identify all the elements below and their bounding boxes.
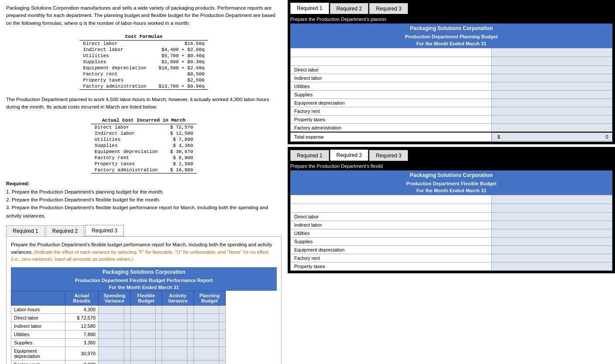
flex-rent-input[interactable] <box>492 254 612 262</box>
actual-item-label: Equipment depreciation <box>91 149 166 155</box>
utilities-label: Utilities <box>11 330 65 338</box>
actual-costs-header: Actual Cost Incurred in March <box>91 117 197 124</box>
flex-equip-input[interactable] <box>492 245 612 254</box>
cost-item-formula: $2,500 <box>155 77 208 83</box>
plan-equip-input[interactable] <box>492 99 612 107</box>
spending-var-select-lh[interactable] <box>124 305 130 313</box>
labor-hours-row: Labor-hours 4,300 <box>11 305 277 313</box>
perf-col-actual: ActualResults <box>65 291 98 305</box>
cost-item-formula: $5,700 + $0.40q <box>155 53 208 59</box>
right-tab-req3-bottom[interactable]: Required 3 <box>369 150 408 161</box>
plan-total-label: Total expense <box>291 132 492 141</box>
dl-spend-select[interactable] <box>124 313 130 322</box>
tab-required-2[interactable]: Required 2 <box>46 225 85 236</box>
required-label: Required: <box>6 180 282 187</box>
plan-empty-1 <box>291 48 612 57</box>
cost-item-label: Direct labor <box>80 40 155 47</box>
actual-item-label: Supplies <box>91 143 166 149</box>
cost-item-label: Utilities <box>80 53 155 59</box>
perf-report-subtitle: Production Department Flexible Budget Pe… <box>11 277 277 284</box>
right-tab-required-2[interactable]: Required 2 <box>330 3 369 14</box>
flex-taxes-input[interactable] <box>492 262 612 270</box>
flex-il-label: Indirect labor <box>291 221 492 229</box>
cost-item-formula: $18,500 + $2.90q <box>155 65 208 71</box>
plan-taxes-input[interactable] <box>492 116 612 124</box>
actual-item-label: Property taxes <box>91 161 166 167</box>
plan-admin-input[interactable] <box>492 124 612 133</box>
plan-budget-select-lh[interactable] <box>219 305 225 313</box>
plan-total-input[interactable] <box>502 134 608 139</box>
flex-date: For the Month Ended March 31 <box>290 187 612 195</box>
labor-hours-actual: 4,300 <box>65 305 98 313</box>
cost-item-formula: $1,800 + $0.30q <box>155 59 208 65</box>
plan-dl-input[interactable] <box>492 66 612 74</box>
plan-il-input[interactable] <box>492 74 612 82</box>
cost-item-formula: $13,700 + $0.90q <box>155 83 208 90</box>
spending-var-input-lh[interactable] <box>99 305 124 313</box>
plan-supplies-label: Supplies <box>291 91 492 99</box>
plan-rent-label: Factory rent <box>291 107 492 116</box>
flex-property-taxes: Property taxes <box>291 262 612 270</box>
perf-col-activity: ActivityVariance <box>162 291 194 305</box>
flex-supplies-input[interactable] <box>492 237 612 245</box>
tab-required-3[interactable]: Required 3 <box>85 225 124 236</box>
activity-var-lh[interactable] <box>162 305 187 313</box>
dl-plan-select[interactable] <box>219 313 225 322</box>
right-tab-required-3[interactable]: Required 3 <box>369 3 408 14</box>
actual-item-value: $ 30,970 <box>166 149 197 155</box>
flex-utilities: Utilities <box>291 229 612 237</box>
tab-required-1[interactable]: Required 1 <box>6 225 45 236</box>
actual-item-value: $ 7,890 <box>166 136 197 143</box>
right-tabs-bottom: Required 1 Required 2 Required 3 <box>290 150 612 161</box>
dl-activity[interactable] <box>162 313 187 322</box>
right-tab-req1-bottom[interactable]: Required 1 <box>290 150 329 161</box>
plan-rent-input[interactable] <box>492 107 612 116</box>
bottom-tabs: Required 1 Required 2 Required 3 <box>6 225 282 236</box>
actual-item-label: Indirect labor <box>91 130 166 136</box>
plan-supplies-input[interactable] <box>492 91 612 99</box>
flex-util-input[interactable] <box>492 229 612 237</box>
problem-text: Packaging Solutions Corporation manufact… <box>6 4 282 27</box>
dl-plan[interactable] <box>194 313 219 322</box>
flex-empty-2 <box>291 204 612 212</box>
plan-indirect-labor: Indirect labor <box>291 74 612 82</box>
actual-item-value: $ 2,500 <box>166 161 197 167</box>
flex-taxes-label: Property taxes <box>291 262 492 270</box>
perf-col-spending: SpendingVariance <box>99 291 130 305</box>
right-tab-required-1[interactable]: Required 1 <box>290 3 329 14</box>
equip-dep-label: Equipment depreciation <box>11 347 65 360</box>
dl-flex[interactable] <box>130 313 155 322</box>
cost-item-label: Factory administration <box>80 83 155 90</box>
right-instruction-top: Prepare the Production Department's plan… <box>290 15 612 24</box>
flex-il-input[interactable] <box>492 221 612 229</box>
dl-spend-input[interactable] <box>99 313 124 322</box>
actual-item-value: $ 72,570 <box>166 124 197 131</box>
perf-report-date: For the Month Ended March 31 <box>11 284 277 291</box>
plan-equip-label: Equipment depreciation <box>291 99 492 107</box>
flex-budget-select-lh[interactable] <box>156 305 162 313</box>
supplies-row: Supplies 3,360 <box>11 338 277 347</box>
dl-activity-select[interactable] <box>187 313 194 322</box>
flex-dl-input[interactable] <box>492 212 612 221</box>
factory-rent-row: Factory rent 8,900 <box>11 360 277 364</box>
plan-property-taxes: Property taxes <box>291 116 612 124</box>
right-tab-req2-bottom[interactable]: Required 2 <box>330 150 369 161</box>
plan-budget-lh[interactable] <box>194 305 219 313</box>
direct-labor-actual: $ 72,570 <box>65 313 98 322</box>
actual-costs-table: Actual Cost Incurred in March Direct lab… <box>91 117 197 173</box>
activity-var-select-lh[interactable] <box>187 305 194 313</box>
flex-empty-1 <box>291 195 612 204</box>
plan-util-input[interactable] <box>492 82 612 91</box>
right-panel: Required 1 Required 2 Required 3 Prepare… <box>288 0 615 364</box>
indirect-labor-label: Indirect labor <box>11 322 65 330</box>
instruction-text: Prepare the Production Department's flex… <box>11 241 277 263</box>
plan-total-dollar: $ <box>496 134 502 139</box>
cost-item-formula: $4,400 + $2.00q <box>155 47 208 53</box>
dl-flex-select[interactable] <box>156 313 162 322</box>
required-item-2: 2. Prepare the Production Department's f… <box>6 196 282 204</box>
plan-equip-dep: Equipment depreciation <box>291 99 612 107</box>
perf-company-name: Packaging Solutions Corporation <box>11 267 277 277</box>
flex-budget-lh[interactable] <box>130 305 155 313</box>
flex-factory-rent: Factory rent <box>291 254 612 262</box>
plan-dl-label: Direct labor <box>291 66 492 74</box>
